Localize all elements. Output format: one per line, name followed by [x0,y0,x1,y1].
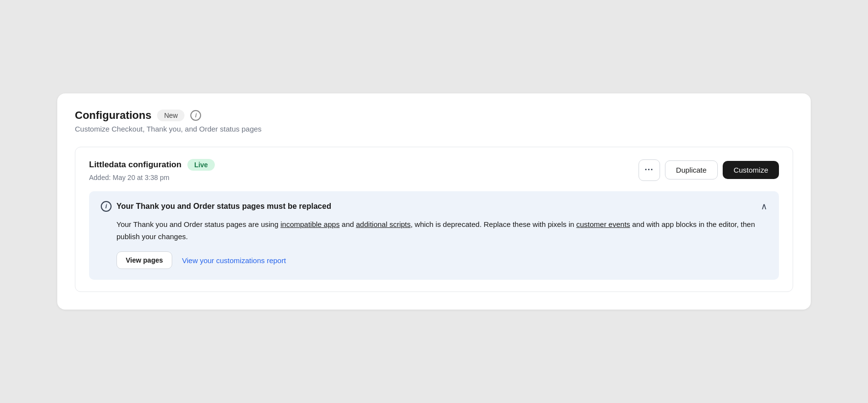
config-card: Littledata configuration Live Added: May… [75,147,793,292]
alert-body-middle1: and [340,220,356,228]
config-actions: ··· Duplicate Customize [639,159,779,181]
alert-body-prefix: Your Thank you and Order status pages ar… [116,220,280,228]
header-title-row: Configurations New i [75,109,793,122]
alert-footer: View pages View your customizations repo… [101,251,767,269]
customer-events-link[interactable]: customer events [576,220,630,228]
page-title: Configurations [75,109,151,122]
info-icon[interactable]: i [190,110,201,121]
customizations-report-link[interactable]: View your customizations report [182,256,286,265]
header-section: Configurations New i Customize Checkout,… [75,109,793,133]
alert-title: Your Thank you and Order status pages mu… [116,202,331,211]
view-pages-button[interactable]: View pages [116,251,172,269]
alert-body-middle2: , which is deprecated. Replace these wit… [411,220,576,228]
alert-title-row: i Your Thank you and Order status pages … [101,201,331,212]
more-options-button[interactable]: ··· [639,159,660,181]
customize-button[interactable]: Customize [723,161,779,179]
page-container: Configurations New i Customize Checkout,… [57,93,811,310]
incompatible-apps-link[interactable]: incompatible apps [280,220,340,228]
new-badge: New [157,110,184,121]
header-subtitle: Customize Checkout, Thank you, and Order… [75,125,793,133]
alert-body: Your Thank you and Order status pages ar… [101,219,767,243]
alert-header: i Your Thank you and Order status pages … [101,201,767,212]
additional-scripts-link[interactable]: additional scripts [356,220,411,228]
collapse-icon[interactable]: ∧ [761,202,767,211]
config-title-row: Littledata configuration Live [89,159,215,171]
config-date: Added: May 20 at 3:38 pm [89,174,215,181]
alert-box: i Your Thank you and Order status pages … [89,191,779,280]
config-card-left: Littledata configuration Live Added: May… [89,159,215,181]
alert-info-icon: i [101,201,112,212]
config-card-header: Littledata configuration Live Added: May… [89,159,779,181]
live-status-badge: Live [187,159,215,171]
duplicate-button[interactable]: Duplicate [665,160,718,179]
config-name: Littledata configuration [89,160,182,170]
